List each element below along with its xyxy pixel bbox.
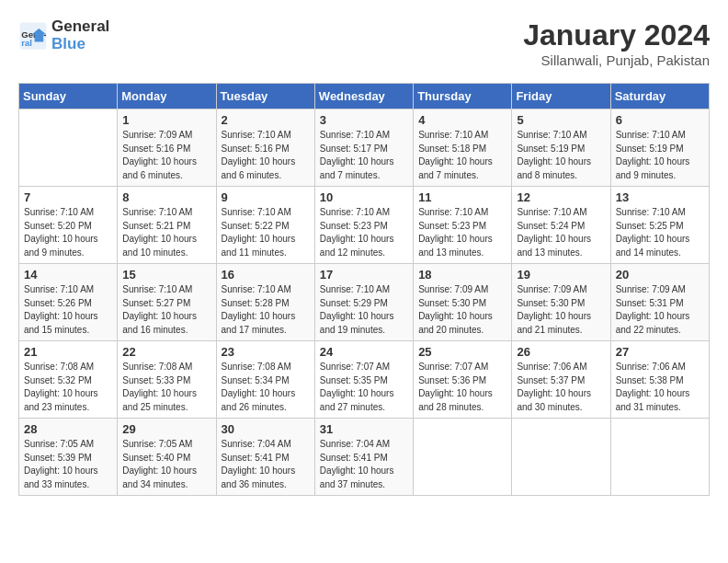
table-row: 13Sunrise: 7:10 AMSunset: 5:25 PMDayligh…	[610, 187, 709, 264]
table-row: 1Sunrise: 7:09 AMSunset: 5:16 PMDaylight…	[118, 109, 216, 187]
day-info: Sunrise: 7:09 AMSunset: 5:30 PMDaylight:…	[517, 283, 605, 337]
table-row: 14Sunrise: 7:10 AMSunset: 5:26 PMDayligh…	[19, 264, 118, 341]
day-number: 30	[222, 422, 310, 436]
header-saturday: Saturday	[610, 84, 709, 109]
logo-line1: General	[51, 18, 109, 36]
table-row: 5Sunrise: 7:10 AMSunset: 5:19 PMDaylight…	[512, 109, 610, 187]
table-row: 31Sunrise: 7:04 AMSunset: 5:41 PMDayligh…	[314, 419, 413, 496]
day-info: Sunrise: 7:10 AMSunset: 5:17 PMDaylight:…	[320, 129, 408, 182]
calendar-week-row: 21Sunrise: 7:08 AMSunset: 5:32 PMDayligh…	[19, 341, 710, 419]
day-info: Sunrise: 7:05 AMSunset: 5:39 PMDaylight:…	[24, 438, 112, 491]
day-number: 24	[320, 345, 408, 359]
day-info: Sunrise: 7:10 AMSunset: 5:26 PMDaylight:…	[24, 283, 112, 337]
day-number: 12	[517, 190, 605, 204]
day-number: 4	[418, 113, 506, 127]
month-title: January 2024	[523, 18, 710, 52]
table-row: 7Sunrise: 7:10 AMSunset: 5:20 PMDaylight…	[19, 187, 118, 264]
day-number: 22	[122, 345, 210, 359]
table-row: 8Sunrise: 7:10 AMSunset: 5:21 PMDaylight…	[118, 187, 216, 264]
day-number: 14	[24, 268, 112, 282]
day-number: 18	[418, 268, 506, 282]
day-info: Sunrise: 7:10 AMSunset: 5:29 PMDaylight:…	[320, 283, 408, 337]
day-info: Sunrise: 7:10 AMSunset: 5:23 PMDaylight:…	[320, 206, 408, 259]
day-number: 20	[616, 268, 704, 282]
page-header: Gene- ral General Blue January 2024 Sill…	[18, 18, 710, 68]
day-info: Sunrise: 7:07 AMSunset: 5:36 PMDaylight:…	[418, 361, 506, 414]
day-info: Sunrise: 7:10 AMSunset: 5:24 PMDaylight:…	[517, 206, 605, 259]
table-row: 9Sunrise: 7:10 AMSunset: 5:22 PMDaylight…	[216, 187, 314, 264]
table-row	[610, 419, 709, 496]
table-row: 3Sunrise: 7:10 AMSunset: 5:17 PMDaylight…	[314, 109, 413, 187]
day-number: 31	[320, 422, 408, 436]
day-number: 17	[320, 268, 408, 282]
table-row: 29Sunrise: 7:05 AMSunset: 5:40 PMDayligh…	[118, 419, 216, 496]
day-number: 19	[517, 268, 605, 282]
day-info: Sunrise: 7:10 AMSunset: 5:21 PMDaylight:…	[122, 206, 210, 259]
day-info: Sunrise: 7:10 AMSunset: 5:16 PMDaylight:…	[222, 129, 310, 182]
day-info: Sunrise: 7:10 AMSunset: 5:20 PMDaylight:…	[24, 206, 112, 259]
day-number: 23	[222, 345, 310, 359]
day-info: Sunrise: 7:10 AMSunset: 5:18 PMDaylight:…	[418, 129, 506, 182]
table-row: 15Sunrise: 7:10 AMSunset: 5:27 PMDayligh…	[118, 264, 216, 341]
day-number: 5	[517, 113, 605, 127]
day-info: Sunrise: 7:08 AMSunset: 5:33 PMDaylight:…	[122, 361, 210, 414]
table-row: 27Sunrise: 7:06 AMSunset: 5:38 PMDayligh…	[610, 341, 709, 419]
calendar-week-row: 28Sunrise: 7:05 AMSunset: 5:39 PMDayligh…	[19, 419, 710, 496]
day-info: Sunrise: 7:04 AMSunset: 5:41 PMDaylight:…	[320, 438, 408, 491]
day-number: 21	[24, 345, 112, 359]
table-row: 4Sunrise: 7:10 AMSunset: 5:18 PMDaylight…	[414, 109, 512, 187]
day-number: 28	[24, 422, 112, 436]
header-friday: Friday	[512, 84, 610, 109]
day-number: 9	[222, 190, 310, 204]
day-number: 10	[320, 190, 408, 204]
logo: Gene- ral General Blue	[18, 18, 109, 52]
location-subtitle: Sillanwali, Punjab, Pakistan	[523, 52, 710, 68]
day-info: Sunrise: 7:10 AMSunset: 5:27 PMDaylight:…	[122, 283, 210, 337]
day-number: 27	[616, 345, 704, 359]
day-info: Sunrise: 7:05 AMSunset: 5:40 PMDaylight:…	[122, 438, 210, 491]
table-row: 26Sunrise: 7:06 AMSunset: 5:37 PMDayligh…	[512, 341, 610, 419]
table-row: 16Sunrise: 7:10 AMSunset: 5:28 PMDayligh…	[216, 264, 314, 341]
day-info: Sunrise: 7:10 AMSunset: 5:19 PMDaylight:…	[616, 129, 704, 182]
day-number: 26	[517, 345, 605, 359]
day-number: 11	[418, 190, 506, 204]
calendar-week-row: 1Sunrise: 7:09 AMSunset: 5:16 PMDaylight…	[19, 109, 710, 187]
table-row	[512, 419, 610, 496]
calendar-header-row: Sunday Monday Tuesday Wednesday Thursday…	[19, 84, 710, 109]
table-row: 28Sunrise: 7:05 AMSunset: 5:39 PMDayligh…	[19, 419, 118, 496]
table-row: 21Sunrise: 7:08 AMSunset: 5:32 PMDayligh…	[19, 341, 118, 419]
calendar-week-row: 14Sunrise: 7:10 AMSunset: 5:26 PMDayligh…	[19, 264, 710, 341]
table-row: 11Sunrise: 7:10 AMSunset: 5:23 PMDayligh…	[414, 187, 512, 264]
table-row: 24Sunrise: 7:07 AMSunset: 5:35 PMDayligh…	[314, 341, 413, 419]
day-info: Sunrise: 7:04 AMSunset: 5:41 PMDaylight:…	[222, 438, 310, 491]
table-row: 19Sunrise: 7:09 AMSunset: 5:30 PMDayligh…	[512, 264, 610, 341]
header-thursday: Thursday	[414, 84, 512, 109]
table-row: 25Sunrise: 7:07 AMSunset: 5:36 PMDayligh…	[414, 341, 512, 419]
table-row: 2Sunrise: 7:10 AMSunset: 5:16 PMDaylight…	[216, 109, 314, 187]
day-info: Sunrise: 7:09 AMSunset: 5:16 PMDaylight:…	[122, 129, 210, 182]
table-row: 20Sunrise: 7:09 AMSunset: 5:31 PMDayligh…	[610, 264, 709, 341]
day-info: Sunrise: 7:09 AMSunset: 5:30 PMDaylight:…	[418, 283, 506, 337]
day-number: 16	[222, 268, 310, 282]
logo-line2: Blue	[51, 36, 109, 53]
table-row: 12Sunrise: 7:10 AMSunset: 5:24 PMDayligh…	[512, 187, 610, 264]
calendar-table: Sunday Monday Tuesday Wednesday Thursday…	[18, 83, 710, 496]
day-number: 3	[320, 113, 408, 127]
table-row: 10Sunrise: 7:10 AMSunset: 5:23 PMDayligh…	[314, 187, 413, 264]
header-sunday: Sunday	[19, 84, 118, 109]
table-row: 17Sunrise: 7:10 AMSunset: 5:29 PMDayligh…	[314, 264, 413, 341]
day-info: Sunrise: 7:10 AMSunset: 5:19 PMDaylight:…	[517, 129, 605, 182]
day-info: Sunrise: 7:10 AMSunset: 5:22 PMDaylight:…	[222, 206, 310, 259]
header-tuesday: Tuesday	[216, 84, 314, 109]
day-number: 25	[418, 345, 506, 359]
svg-text:ral: ral	[21, 38, 32, 48]
header-wednesday: Wednesday	[314, 84, 413, 109]
day-info: Sunrise: 7:07 AMSunset: 5:35 PMDaylight:…	[320, 361, 408, 414]
day-number: 2	[222, 113, 310, 127]
day-number: 8	[122, 190, 210, 204]
day-number: 13	[616, 190, 704, 204]
header-monday: Monday	[118, 84, 216, 109]
day-number: 29	[122, 422, 210, 436]
day-number: 15	[122, 268, 210, 282]
day-info: Sunrise: 7:10 AMSunset: 5:28 PMDaylight:…	[222, 283, 310, 337]
